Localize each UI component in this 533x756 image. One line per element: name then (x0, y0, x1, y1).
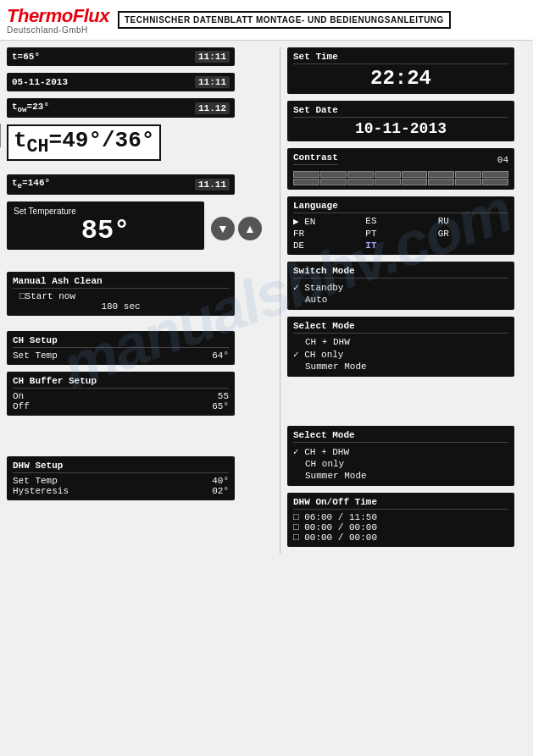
tow-display: tow=23° (12, 102, 49, 114)
left-column: DE t=65° 11:11 05-11-2013 11:11 tow=23° … (0, 47, 242, 554)
switch-mode-auto[interactable]: Auto (293, 294, 508, 306)
switch-mode-block: Switch Mode Standby Auto (287, 262, 514, 310)
time-1111-1: 11:11 (195, 51, 230, 63)
language-grid: ▶ EN ES RU FR PT GR DE IT (293, 216, 508, 251)
spacer2 (7, 323, 235, 331)
set-time-block: Set Time 22:24 (287, 47, 514, 94)
set-temp-label: Set Temperature (14, 207, 197, 216)
select-summer[interactable]: Summer Mode (293, 361, 508, 372)
select-ch-dhw[interactable]: CH + DHW (293, 336, 508, 348)
ch-setup-set-temp-label: Set Temp (13, 350, 58, 361)
set-time-title: Set Time (293, 52, 508, 64)
lcd-row2: 05-11-2013 11:11 (7, 73, 235, 91)
contrast-grid (293, 171, 508, 185)
contrast-title: Contrast (293, 152, 338, 165)
ch-setup-title: CH Setup (13, 335, 229, 348)
contrast-header: Contrast 04 (293, 152, 508, 168)
ch-buffer-on-label: On (13, 391, 24, 401)
contrast-cell-12 (375, 179, 401, 185)
contrast-cell-8 (482, 171, 508, 178)
te-display: te=146° (12, 178, 50, 190)
contrast-cell-15 (455, 179, 481, 185)
ch-setup-set-temp-value: 64° (212, 350, 229, 361)
arrow-down-btn[interactable]: ▼ (211, 217, 235, 240)
lcd-row3: tow=23° 11.12 (7, 98, 235, 118)
ch-buffer-block: CH Buffer Setup On 55 Off 65° (7, 372, 235, 416)
dhw-hyst-row: Hysteresis 02° (13, 486, 229, 496)
select2-summer[interactable]: Summer Mode (293, 470, 508, 482)
dhw-onoff-item1: □ 06:00 / 11:50 (293, 512, 508, 522)
select-mode2-list: CH + DHW CH only Summer Mode (293, 445, 508, 482)
ch-setup-row1: Set Temp 64° (13, 350, 229, 361)
logo-block: ThermoFlux Deutschland-GmbH (7, 5, 109, 35)
set-date-title: Set Date (293, 105, 508, 118)
dhw-setup-block: DHW Setup Set Temp 40° Hysteresis 02° (7, 456, 235, 500)
switch-mode-list: Standby Auto (293, 281, 508, 306)
dhw-onoff-block: DHW On/Off Time □ 06:00 / 11:50 □ 00:00 … (287, 493, 514, 547)
set-time-value: 22:24 (293, 67, 508, 90)
contrast-value: 04 (497, 155, 508, 165)
select-mode-block: Select Mode CH + DHW CH only Summer Mode (287, 317, 514, 377)
logo-thermo: Thermo (7, 5, 73, 26)
lang-gr[interactable]: GR (438, 229, 508, 239)
ch-buffer-on-value: 55 (218, 391, 229, 401)
spacer3 (7, 422, 235, 456)
lang-en[interactable]: ▶ EN (293, 216, 364, 227)
language-block: Language ▶ EN ES RU FR PT GR DE IT (287, 196, 514, 255)
manual-ash-row2: 180 sec (13, 301, 229, 312)
select-ch-only[interactable]: CH only (293, 348, 508, 361)
select-mode2-block: Select Mode CH + DHW CH only Summer Mode (287, 426, 514, 486)
dhw-onoff-item2: □ 00:00 / 00:00 (293, 522, 508, 533)
manual-ash-block: Manual Ash Clean □Start now 180 sec (7, 272, 235, 316)
contrast-cell-16 (482, 179, 508, 185)
lang-de[interactable]: DE (293, 240, 364, 251)
contrast-cell-1 (293, 171, 319, 178)
contrast-cell-3 (347, 171, 374, 178)
manual-ash-title: Manual Ash Clean (13, 276, 229, 289)
switch-mode-standby[interactable]: Standby (293, 281, 508, 294)
header: ThermoFlux Deutschland-GmbH TECHNISCHER … (0, 0, 533, 41)
dhw-set-temp-value: 40° (212, 476, 229, 486)
de-tab: DE (0, 124, 1, 147)
lang-it[interactable]: IT (365, 240, 436, 251)
language-title: Language (293, 201, 508, 213)
contrast-cell-7 (455, 171, 481, 178)
dhw-onoff-title: DHW On/Off Time (293, 497, 508, 510)
right-column: Set Time 22:24 Set Date 10-11-2013 Contr… (280, 47, 521, 554)
arrow-up-btn[interactable]: ▲ (238, 217, 262, 240)
lcd-row1: t=65° 11:11 (7, 47, 235, 66)
set-temp-value: 85° (14, 218, 197, 245)
lang-fr[interactable]: FR (293, 229, 364, 239)
date-display: 05-11-2013 (12, 77, 68, 87)
contrast-cell-2 (320, 171, 347, 178)
logo-main: ThermoFlux (7, 5, 109, 27)
lcd-te: te=146° 11.11 (7, 174, 235, 194)
ch-buffer-off-row: Off 65° (13, 401, 229, 411)
manual-ash-row1: □Start now (13, 291, 229, 301)
set-temp-section: Set Temperature 85° ▼ (7, 201, 235, 257)
logo-flux: Flux (73, 5, 109, 26)
contrast-block: Contrast 04 (287, 148, 514, 190)
lang-pt[interactable]: PT (365, 229, 436, 239)
dhw-hyst-label: Hysteresis (13, 486, 69, 496)
header-title: TECHNISCHER DATENBLATT MONTAGE- und BEDI… (118, 11, 451, 29)
lang-ru[interactable]: RU (438, 216, 508, 227)
spacer1 (7, 263, 235, 272)
lang-es[interactable]: ES (365, 216, 436, 227)
tch-display-wrapper: tCH=49°/36° (7, 124, 235, 168)
dhw-setup-title: DHW Setup (13, 461, 229, 473)
ch-buffer-title: CH Buffer Setup (13, 376, 229, 389)
dhw-set-temp-row: Set Temp 40° (13, 476, 229, 486)
dhw-hyst-value: 02° (212, 486, 229, 496)
set-date-block: Set Date 10-11-2013 (287, 101, 514, 141)
ch-buffer-off-label: Off (13, 401, 30, 411)
tch-display: tCH=49°/36° (7, 124, 161, 161)
ch-buffer-on-row: On 55 (13, 391, 229, 401)
contrast-cell-10 (320, 179, 347, 185)
temp-display-block: Set Temperature 85° (7, 201, 204, 250)
select2-ch-only[interactable]: CH only (293, 458, 508, 470)
switch-mode-title: Switch Mode (293, 266, 508, 279)
ch-setup-block: CH Setup Set Temp 64° (7, 331, 235, 365)
select2-ch-dhw[interactable]: CH + DHW (293, 445, 508, 458)
dhw-onoff-item3: □ 00:00 / 00:00 (293, 533, 508, 543)
